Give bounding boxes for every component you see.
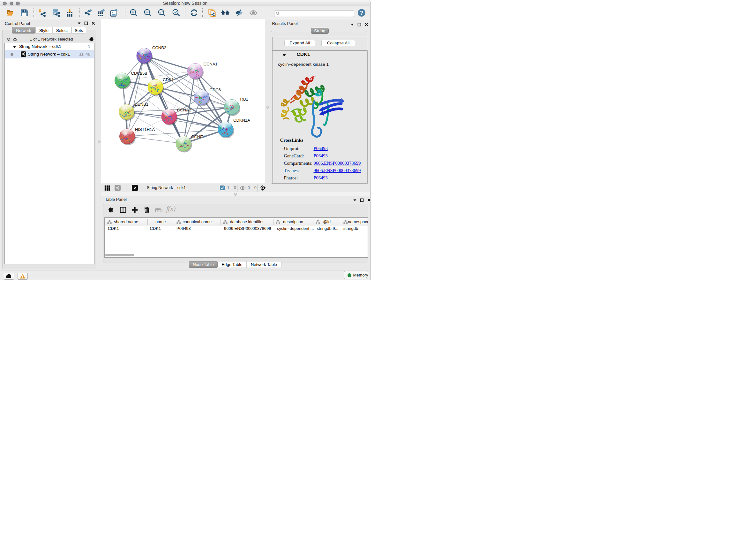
svg-text:RB1: RB1 [240,97,248,102]
svg-text:CDC25B: CDC25B [131,71,147,76]
svg-text:CCNB2: CCNB2 [152,45,166,50]
svg-text:CDKN1A: CDKN1A [233,118,250,123]
svg-text:CCNB1: CCNB1 [134,102,148,107]
svg-text:CCNA1: CCNA1 [204,62,218,66]
svg-text:CDK1: CDK1 [163,77,174,82]
svg-text:?: ? [360,10,363,16]
svg-text:CCNA2: CCNA2 [177,108,191,112]
svg-text:CDC6: CDC6 [210,87,221,92]
svg-text:HIST1H1A: HIST1H1A [135,127,155,132]
svg-text:CCNE1: CCNE1 [191,134,205,139]
